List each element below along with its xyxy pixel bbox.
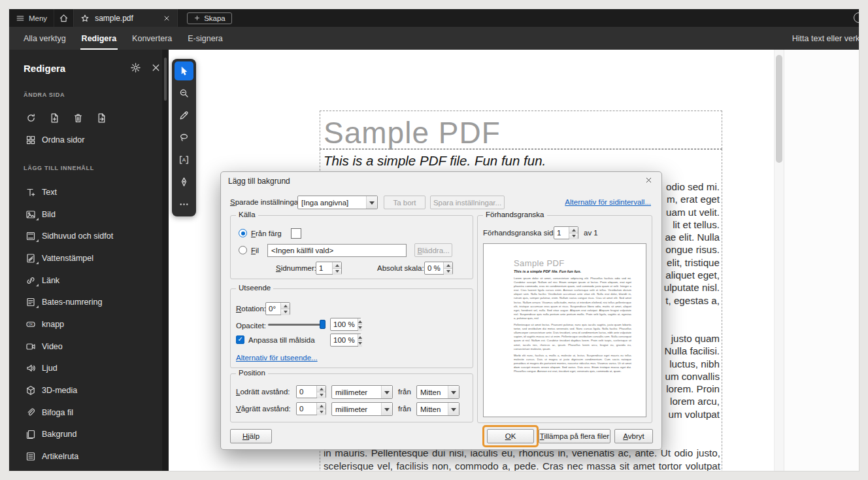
spin-up-icon[interactable] bbox=[569, 227, 578, 233]
sidebar-item-label: Video bbox=[42, 342, 63, 351]
help-button[interactable]: Hjälp bbox=[230, 429, 272, 443]
add-text-tool[interactable]: A bbox=[175, 150, 193, 169]
absolute-scale-spinner[interactable]: 0 % bbox=[424, 262, 453, 275]
page-range-options-link[interactable]: Alternativ för sidintervall... bbox=[565, 198, 651, 206]
preview-page-label: Förhandsgranska sida bbox=[483, 229, 558, 237]
spin-up-icon[interactable] bbox=[317, 403, 326, 409]
opacity-slider[interactable] bbox=[268, 320, 326, 329]
spin-up-icon[interactable] bbox=[358, 334, 362, 340]
rotation-spinner[interactable]: 0° bbox=[265, 302, 290, 315]
spin-up-icon[interactable] bbox=[444, 262, 452, 268]
spin-down-icon[interactable] bbox=[317, 392, 326, 398]
draw-tool[interactable] bbox=[175, 128, 193, 147]
menubar-tab[interactable]: Redigera bbox=[74, 27, 125, 50]
from-label: från bbox=[398, 405, 411, 413]
spin-down-icon[interactable] bbox=[333, 268, 341, 275]
sidebar-item[interactable]: OK knapp bbox=[9, 313, 162, 335]
delete-settings-button[interactable]: Ta bort bbox=[384, 196, 426, 209]
horizontal-distance-spinner[interactable]: 0 bbox=[296, 402, 326, 415]
appearance-options-link[interactable]: Alternativ för utseende... bbox=[236, 354, 318, 362]
sidebar-item[interactable]: Vattenstämpel bbox=[9, 247, 162, 269]
magnifier-icon bbox=[178, 88, 190, 99]
apply-multiple-files-button[interactable]: Tillämpa på flera filer bbox=[539, 429, 610, 443]
home-button[interactable] bbox=[54, 9, 73, 27]
sidebar-item[interactable]: Text bbox=[9, 181, 162, 203]
document-scrollbar-thumb[interactable] bbox=[776, 55, 782, 163]
opacity-spinner[interactable]: 100 % bbox=[330, 318, 361, 331]
sidebar-item[interactable]: Ljud bbox=[9, 358, 162, 380]
fit-to-page-checkbox[interactable] bbox=[236, 335, 244, 344]
sidebar-scrollbar-thumb[interactable] bbox=[164, 58, 167, 101]
preview-page-spinner[interactable]: 1 bbox=[554, 226, 578, 239]
from-file-radio[interactable]: Fil bbox=[239, 246, 259, 254]
menu-button[interactable]: Meny bbox=[9, 9, 54, 27]
appearance-group: Utseende Rotation: 0° Opacitet: 100 % An… bbox=[230, 288, 473, 368]
spin-up-icon[interactable] bbox=[281, 303, 290, 309]
menubar-tab[interactable]: E-signera bbox=[180, 27, 231, 50]
fill-sign-tool[interactable] bbox=[175, 173, 193, 192]
document-scrollbar[interactable] bbox=[774, 50, 784, 471]
tab-close-icon[interactable] bbox=[163, 14, 171, 22]
pencil-tool[interactable] bbox=[175, 106, 193, 125]
fit-scale-spinner[interactable]: 100 % bbox=[330, 334, 361, 347]
profile-avatar[interactable] bbox=[854, 12, 859, 23]
preview-page-count: av 1 bbox=[584, 229, 598, 237]
horizontal-anchor-select[interactable]: Mitten bbox=[416, 402, 459, 416]
ok-button[interactable]: OK bbox=[487, 429, 534, 443]
spin-down-icon[interactable] bbox=[358, 340, 362, 347]
sidebar-item[interactable]: Bates-numrering bbox=[9, 291, 162, 313]
saved-settings-select[interactable]: [Inga angivna] bbox=[297, 196, 378, 209]
slider-handle[interactable] bbox=[320, 320, 326, 329]
create-button[interactable]: Skapa bbox=[187, 12, 232, 24]
rotate-page-button[interactable] bbox=[25, 112, 37, 124]
spin-up-icon[interactable] bbox=[358, 318, 362, 324]
spin-down-icon[interactable] bbox=[444, 268, 452, 275]
sidebar-item[interactable]: Video bbox=[9, 335, 162, 358]
submenu-corner-icon bbox=[36, 262, 39, 264]
vertical-distance-spinner[interactable]: 0 bbox=[296, 385, 326, 398]
page-number-spinner[interactable]: 1 bbox=[316, 262, 342, 275]
find-tools-button[interactable]: Hitta text eller verktyg bbox=[792, 27, 859, 50]
extract-page-button[interactable] bbox=[96, 112, 107, 124]
menubar-tab[interactable]: Alla verktyg bbox=[16, 27, 74, 50]
vertical-anchor-select[interactable]: Mitten bbox=[416, 385, 459, 399]
spin-up-icon[interactable] bbox=[333, 262, 341, 268]
sidebar-item[interactable]: 3D-media bbox=[9, 379, 162, 402]
from-color-radio[interactable]: Från färg bbox=[239, 229, 282, 237]
spin-down-icon[interactable] bbox=[317, 409, 326, 415]
browse-button[interactable]: Bläddra... bbox=[414, 243, 452, 257]
organize-pages-label: Ordna sidor bbox=[42, 135, 84, 145]
more-tools[interactable] bbox=[175, 195, 193, 214]
gear-icon[interactable] bbox=[130, 62, 141, 73]
cancel-button[interactable]: Avbryt bbox=[614, 429, 653, 443]
menubar-tab[interactable]: Konvertera bbox=[124, 27, 180, 50]
sidebar-item[interactable]: Länk bbox=[9, 269, 162, 292]
insert-page-button[interactable] bbox=[49, 112, 60, 124]
star-icon[interactable] bbox=[80, 14, 90, 23]
spin-down-icon[interactable] bbox=[281, 309, 290, 315]
sidebar-item[interactable]: Artikelruta bbox=[9, 445, 162, 468]
document-tab[interactable]: sample.pdf bbox=[73, 9, 178, 27]
spin-down-icon[interactable] bbox=[569, 233, 578, 239]
sidebar-item[interactable]: Bakgrund bbox=[9, 424, 162, 446]
edit-sidebar: Redigera ÄNDRA SIDA Ordna sidor bbox=[9, 50, 162, 471]
save-settings-button[interactable]: Spara inställningar... bbox=[430, 196, 505, 209]
vertical-unit-value: millimeter bbox=[332, 386, 381, 398]
background-color-swatch[interactable] bbox=[291, 228, 301, 239]
sidebar-item-organize-pages[interactable]: Ordna sidor bbox=[25, 135, 84, 145]
zoom-tool[interactable] bbox=[175, 84, 193, 103]
vertical-unit-select[interactable]: millimeter bbox=[331, 385, 393, 399]
sidebar-item-label: Sidhuvud och sidfot bbox=[42, 231, 113, 241]
sidebar-item[interactable]: Bild bbox=[9, 203, 162, 226]
select-tool[interactable] bbox=[175, 61, 193, 80]
delete-page-button[interactable] bbox=[73, 112, 84, 124]
spin-down-icon[interactable] bbox=[358, 324, 362, 331]
source-file-input[interactable]: <Ingen källfil vald> bbox=[267, 244, 407, 257]
horizontal-unit-select[interactable]: millimeter bbox=[331, 402, 393, 416]
dialog-close-button[interactable] bbox=[644, 176, 656, 188]
sidebar-item[interactable]: Sidhuvud och sidfot bbox=[9, 225, 162, 247]
panel-close-icon[interactable] bbox=[150, 62, 161, 73]
sidebar-scrollbar[interactable] bbox=[162, 50, 169, 471]
sidebar-item[interactable]: Bifoga fil bbox=[9, 402, 162, 424]
spin-up-icon[interactable] bbox=[317, 386, 326, 392]
